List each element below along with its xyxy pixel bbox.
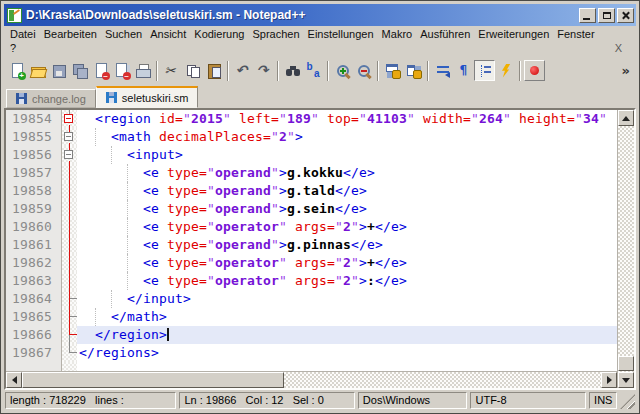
menu-item-help[interactable]: ? <box>6 42 20 54</box>
menu-item-datei[interactable]: Datei <box>6 28 40 40</box>
cut-button[interactable] <box>161 60 182 81</box>
code-text[interactable]: <e type="operand">g.sein</e> <box>77 200 617 218</box>
code-text[interactable]: <region id="2015" left="189" top="41103"… <box>77 110 617 128</box>
code-text[interactable]: <e type="operand">g.pinnas</e> <box>77 236 617 254</box>
menu-item-einstellungen[interactable]: Einstellungen <box>304 28 378 40</box>
scroll-down-button[interactable] <box>618 372 634 388</box>
fold-margin[interactable] <box>62 218 77 236</box>
menu-item-erweiterungen[interactable]: Erweiterungen <box>474 28 553 40</box>
code-text[interactable]: <e type="operator" args="2">+</e> <box>77 218 617 236</box>
fold-margin[interactable] <box>62 200 77 218</box>
close-button[interactable] <box>617 8 634 23</box>
vertical-scrollbar[interactable] <box>617 110 634 388</box>
open-file-button[interactable] <box>27 60 48 81</box>
zoom-in-button[interactable] <box>332 60 353 81</box>
macro-record-button[interactable] <box>524 60 545 81</box>
title-bar[interactable]: D:\Kraska\Downloads\seletuskiri.sm - Not… <box>4 4 636 26</box>
find-button[interactable] <box>282 60 303 81</box>
show-all-chars-button[interactable] <box>453 60 474 81</box>
code-line[interactable]: 19867</regions> <box>6 344 617 362</box>
code-line[interactable]: 19857 <e type="operand">g.kokku</e> <box>6 164 617 182</box>
print-button[interactable] <box>132 60 153 81</box>
tab-seletuskiri-sm[interactable]: seletuskiri.sm <box>96 86 199 108</box>
code-text[interactable]: <e type="operand">g.kokku</e> <box>77 164 617 182</box>
save-all-button[interactable] <box>69 60 90 81</box>
menubar-close-icon[interactable]: X <box>615 42 634 54</box>
paste-button[interactable] <box>203 60 224 81</box>
menu-item-ansicht[interactable]: Ansicht <box>146 28 190 40</box>
fold-margin[interactable] <box>62 110 77 128</box>
code-text[interactable]: <e type="operator" args="2">:</e> <box>77 272 617 290</box>
code-text[interactable]: <e type="operand">g.tald</e> <box>77 182 617 200</box>
new-file-button[interactable] <box>6 60 27 81</box>
code-line[interactable]: 19854 <region id="2015" left="189" top="… <box>6 110 617 128</box>
fold-margin[interactable] <box>62 326 77 344</box>
menu-item-fenster[interactable]: Fenster <box>553 28 598 40</box>
menu-item-kodierung[interactable]: Kodierung <box>190 28 248 40</box>
code-line[interactable]: 19856 <input> <box>6 146 617 164</box>
menu-item-ausfhren[interactable]: Ausführen <box>416 28 474 40</box>
toolbar-overflow-chevron-icon[interactable]: » <box>622 64 632 77</box>
tab-change-log[interactable]: change.log <box>6 89 96 108</box>
scroll-right-button[interactable] <box>601 372 617 388</box>
code-pane[interactable]: 19854 <region id="2015" left="189" top="… <box>6 110 617 371</box>
vertical-scroll-track[interactable] <box>618 126 634 372</box>
code-line[interactable]: 19864 </input> <box>6 290 617 308</box>
redo-button[interactable] <box>253 60 274 81</box>
fold-margin[interactable] <box>62 146 77 164</box>
line-number: 19854 <box>6 110 62 128</box>
line-number: 19862 <box>6 254 62 272</box>
function-list-button[interactable] <box>495 60 516 81</box>
minimize-button[interactable] <box>579 8 596 23</box>
maximize-button[interactable] <box>598 8 615 23</box>
code-text[interactable]: </region> <box>77 326 617 344</box>
code-line[interactable]: 19862 <e type="operator" args="2">+</e> <box>6 254 617 272</box>
code-text[interactable]: <e type="operator" args="2">+</e> <box>77 254 617 272</box>
scroll-left-button[interactable] <box>6 372 22 388</box>
indent-guide-button[interactable] <box>474 60 495 81</box>
menu-item-makro[interactable]: Makro <box>378 28 417 40</box>
scroll-up-button[interactable] <box>618 110 634 126</box>
menu-item-sprachen[interactable]: Sprachen <box>248 28 303 40</box>
fold-margin[interactable] <box>62 308 77 326</box>
fold-margin[interactable] <box>62 290 77 308</box>
code-line[interactable]: 19866 </region> <box>6 326 617 344</box>
menu-item-bearbeiten[interactable]: Bearbeiten <box>40 28 101 40</box>
fold-margin[interactable] <box>62 272 77 290</box>
menu-item-suchen[interactable]: Suchen <box>101 28 146 40</box>
vertical-scroll-thumb[interactable] <box>618 356 634 371</box>
fold-margin[interactable] <box>62 164 77 182</box>
code-text[interactable]: </regions> <box>77 344 617 362</box>
code-line[interactable]: 19855 <math decimalPlaces="2"> <box>6 128 617 146</box>
code-text[interactable]: </math> <box>77 308 617 326</box>
code-text[interactable]: <input> <box>77 146 617 164</box>
code-text[interactable]: <math decimalPlaces="2"> <box>77 128 617 146</box>
fold-margin[interactable] <box>62 236 77 254</box>
copy-button[interactable] <box>182 60 203 81</box>
close-all-button[interactable] <box>111 60 132 81</box>
code-line[interactable]: 19860 <e type="operator" args="2">+</e> <box>6 218 617 236</box>
sync-horizontal-button[interactable] <box>403 60 424 81</box>
horizontal-scroll-track[interactable] <box>284 372 601 388</box>
word-wrap-button[interactable] <box>432 60 453 81</box>
resize-grip-icon[interactable] <box>620 394 635 409</box>
code-line[interactable]: 19859 <e type="operand">g.sein</e> <box>6 200 617 218</box>
save-file-button[interactable] <box>48 60 69 81</box>
code-line[interactable]: 19861 <e type="operand">g.pinnas</e> <box>6 236 617 254</box>
close-file-button[interactable] <box>90 60 111 81</box>
horizontal-scroll-thumb[interactable] <box>22 372 284 388</box>
undo-button[interactable] <box>232 60 253 81</box>
fold-margin[interactable] <box>62 128 77 146</box>
replace-button[interactable] <box>303 60 324 81</box>
arrow-right-icon <box>607 376 612 384</box>
code-line[interactable]: 19863 <e type="operator" args="2">:</e> <box>6 272 617 290</box>
horizontal-scrollbar[interactable] <box>6 371 617 388</box>
code-text[interactable]: </input> <box>77 290 617 308</box>
code-line[interactable]: 19865 </math> <box>6 308 617 326</box>
sync-vertical-button[interactable] <box>382 60 403 81</box>
fold-margin[interactable] <box>62 254 77 272</box>
zoom-out-button[interactable] <box>353 60 374 81</box>
fold-margin[interactable] <box>62 182 77 200</box>
code-line[interactable]: 19858 <e type="operand">g.tald</e> <box>6 182 617 200</box>
fold-margin[interactable] <box>62 344 77 362</box>
